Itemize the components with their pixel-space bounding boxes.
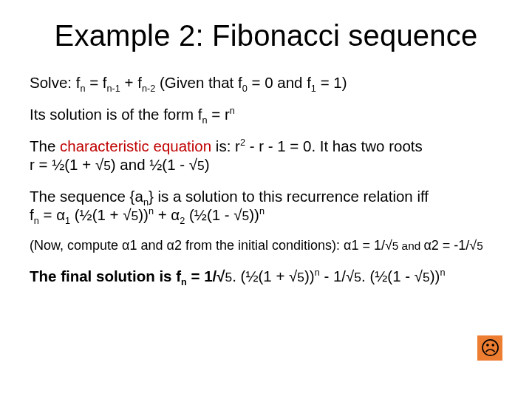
text: = 1): [316, 74, 347, 91]
text: and: [398, 239, 423, 252]
text: = r: [208, 106, 230, 123]
text: α: [344, 238, 351, 253]
line-compute: (Now, compute α1 and α2 from the initial…: [30, 238, 502, 254]
text: 2 = -1/√: [432, 238, 477, 253]
text: 5: [132, 208, 139, 223]
text: . (½(1 + √: [232, 267, 297, 284]
text: )): [138, 206, 149, 223]
slide: Example 2: Fibonacci sequence Solve: fn …: [0, 0, 532, 399]
text: Its solution is of the form f: [30, 106, 202, 123]
superscript: n: [315, 267, 320, 279]
text: (Given that f: [160, 74, 242, 91]
line-form: Its solution is of the form fn = rn: [30, 105, 502, 123]
text: = f: [85, 74, 106, 91]
text: )): [249, 206, 259, 223]
text: . (½(1 - √: [361, 267, 423, 284]
slide-body: Solve: fn = fn-1 + fn-2 (Given that f0 =…: [30, 73, 502, 286]
text-bold: The final solution is f: [30, 267, 181, 284]
text: 5: [225, 270, 232, 284]
subscript: 1: [311, 83, 316, 94]
superscript: n: [149, 205, 154, 216]
line-sequence: The sequence {an} is a solution to this …: [30, 187, 502, 224]
subscript: n-1: [107, 83, 120, 94]
subscript: n: [34, 215, 39, 226]
text: (½(1 + √: [70, 206, 131, 223]
text: is: r: [211, 137, 240, 154]
text: 5: [197, 158, 205, 173]
text: r = ½(1 + √: [30, 156, 103, 173]
text: 5: [354, 270, 361, 284]
text: Solve:: [30, 74, 72, 91]
superscript: n: [230, 105, 235, 116]
text: (½(1 - √: [185, 206, 242, 223]
text-emphasis: characteristic equation: [60, 137, 211, 154]
line-solve: Solve: fn = fn-1 + fn-2 (Given that f0 =…: [30, 73, 502, 92]
subscript: n: [202, 115, 208, 126]
text: 5: [103, 158, 111, 173]
superscript: n: [440, 267, 445, 279]
text-bold: = 1/√: [187, 267, 225, 284]
sad-face-icon: ☹: [477, 335, 502, 361]
text: )): [430, 267, 440, 284]
text: - r - 1 = 0. It has two roots: [245, 137, 423, 154]
subscript: n: [181, 277, 187, 288]
subscript: 0: [242, 83, 248, 94]
text: 2 from the initial conditions):: [174, 238, 344, 253]
text: The sequence {a: [30, 188, 143, 205]
line-characteristic: The characteristic equation is: r2 - r -…: [30, 137, 502, 174]
text: } is a solution to this recurrence relat…: [149, 188, 429, 205]
text: 1 = 1/√: [351, 238, 392, 253]
text: The: [30, 137, 60, 154]
text: = 0 and f: [248, 74, 311, 91]
superscript: n: [259, 205, 265, 216]
text: α: [122, 238, 129, 253]
text: - 1/√: [320, 267, 355, 284]
line-final: The final solution is fn = 1/√5. (½(1 + …: [30, 267, 502, 285]
text: 1 and: [129, 238, 166, 253]
superscript: 2: [240, 137, 245, 148]
subscript: n-2: [142, 83, 155, 94]
slide-title: Example 2: Fibonacci sequence: [30, 19, 502, 52]
text: )): [304, 267, 315, 284]
text: α: [423, 238, 431, 253]
text: + f: [120, 74, 142, 91]
text: 5: [297, 270, 304, 284]
text: α: [167, 238, 174, 253]
text: ): [205, 156, 210, 173]
text: + α: [154, 206, 180, 223]
text: 5: [423, 270, 430, 284]
text: (Now, compute: [30, 238, 122, 253]
text: 5: [477, 239, 483, 252]
text: ) and ½(1 - √: [111, 156, 197, 173]
text: 5: [242, 208, 250, 223]
text: = α: [39, 206, 65, 223]
